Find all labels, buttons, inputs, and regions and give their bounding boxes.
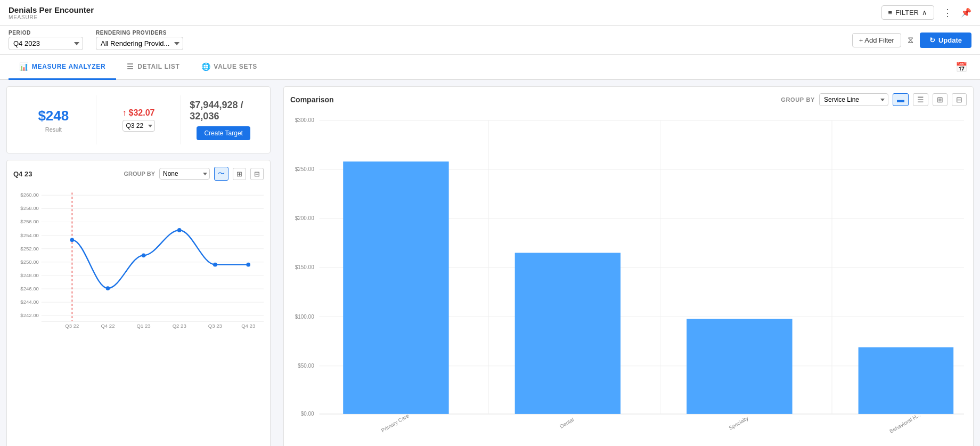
pin-button[interactable]: 📌: [961, 7, 971, 18]
filter-button[interactable]: ≡ FILTER ∧: [881, 5, 934, 20]
svg-text:$252.00: $252.00: [20, 246, 39, 252]
kpi-result-label: Result: [45, 126, 62, 133]
svg-text:$248.00: $248.00: [20, 272, 39, 278]
svg-text:$254.00: $254.00: [20, 232, 39, 238]
left-chart-title: Q4 23: [13, 170, 32, 178]
line-chart-svg: $260.00 $258.00 $256.00 $254.00 $252.00 …: [13, 185, 264, 334]
kpi-change-amount: $32.07: [129, 108, 155, 118]
kpi-change-arrow: ↑: [123, 108, 127, 118]
comparison-section: Comparison GROUP BY Service Line Provide…: [283, 86, 974, 446]
right-panel: Comparison GROUP BY Service Line Provide…: [277, 80, 980, 446]
bar-primary-care: [343, 161, 448, 414]
period-filter-group: PERIOD Q4 2023 Q3 2023 Q2 2023: [9, 30, 83, 50]
svg-text:$300.00: $300.00: [295, 117, 314, 123]
bar-specialty: [687, 319, 792, 414]
comparison-controls: GROUP BY Service Line Provider None ▬ ☰ …: [781, 93, 967, 106]
main-content: $248 Result ↑ $32.07 Q3 22 Q2 22 Q1 22 $…: [0, 80, 980, 446]
tabs-bar-right: 📅: [951, 57, 971, 77]
app-title: Denials Per Encounter: [9, 5, 94, 14]
svg-text:$260.00: $260.00: [20, 192, 39, 198]
svg-text:Q3 23: Q3 23: [208, 323, 222, 329]
svg-point-23: [142, 253, 146, 257]
kpi-period-select[interactable]: Q3 22 Q2 22 Q1 22: [123, 120, 155, 132]
svg-text:Q4 22: Q4 22: [101, 323, 115, 329]
app-header: Denials Per Encounter MEASURE ≡ FILTER ∧…: [0, 0, 980, 26]
svg-text:Specialty: Specialty: [728, 415, 749, 431]
group-by-label: GROUP BY: [124, 171, 155, 177]
tabs-bar: 📊 MEASURE ANALYZER ☰ DETAIL LIST 🌐 VALUE…: [0, 55, 980, 80]
svg-text:Q1 23: Q1 23: [137, 323, 151, 329]
comparison-group-by-select[interactable]: Service Line Provider None: [819, 93, 888, 106]
tab-detail-list-label: DETAIL LIST: [137, 63, 179, 70]
pin-icon: 📌: [961, 8, 971, 17]
filters-bar: PERIOD Q4 2023 Q3 2023 Q2 2023 RENDERING…: [0, 26, 980, 55]
funnel-icon-button[interactable]: ⧖: [905, 33, 916, 47]
more-options-button[interactable]: ⋮: [941, 5, 954, 21]
app-subtitle: MEASURE: [9, 14, 94, 20]
rendering-providers-select[interactable]: All Rendering Provid... Provider 1: [96, 37, 183, 50]
rendering-providers-label: RENDERING PROVIDERS: [96, 30, 183, 36]
svg-text:$100.00: $100.00: [295, 314, 314, 320]
app-header-right: ≡ FILTER ∧ ⋮ 📌: [881, 5, 971, 21]
grid-view-button[interactable]: ⊟: [250, 168, 264, 180]
chevron-up-icon: ∧: [922, 9, 927, 17]
svg-point-22: [106, 286, 110, 290]
comparison-chart-svg: $300.00 $250.00 $200.00 $150.00 $100.00 …: [290, 112, 967, 443]
svg-text:$250.00: $250.00: [20, 259, 39, 265]
period-label: PERIOD: [9, 30, 83, 36]
chart-header: Q4 23 GROUP BY None Provider Service Lin…: [13, 167, 264, 181]
svg-text:$258.00: $258.00: [20, 205, 39, 211]
update-button[interactable]: ↻ Update: [920, 33, 971, 48]
tab-measure-analyzer[interactable]: 📊 MEASURE ANALYZER: [9, 55, 116, 80]
app-header-left: Denials Per Encounter MEASURE: [9, 5, 94, 20]
bar-dental: [515, 253, 620, 413]
comparison-table-view-button[interactable]: ⊞: [933, 93, 948, 106]
comparison-group-by-label: GROUP BY: [781, 96, 815, 103]
kpi-target-card: $7,944,928 / 32,036 Create Target: [181, 95, 266, 144]
kpi-result-card: $248 Result: [11, 95, 96, 144]
comparison-bar-view-button[interactable]: ▬: [893, 93, 909, 106]
tab-value-sets-label: VALUE SETS: [214, 63, 257, 70]
svg-text:$242.00: $242.00: [20, 312, 39, 318]
svg-text:Behavioral H...: Behavioral H...: [888, 412, 921, 434]
kpi-change-value: ↑ $32.07: [123, 108, 155, 118]
svg-text:$0.00: $0.00: [301, 411, 314, 417]
kpi-section: $248 Result ↑ $32.07 Q3 22 Q2 22 Q1 22 $…: [6, 86, 271, 153]
kpi-change-card: ↑ $32.07 Q3 22 Q2 22 Q1 22: [96, 95, 182, 144]
svg-text:Primary Care: Primary Care: [380, 412, 410, 433]
bar-behavioral-health: [859, 347, 954, 414]
tab-detail-list[interactable]: ☰ DETAIL LIST: [116, 55, 190, 80]
comparison-list-view-button[interactable]: ☰: [913, 93, 928, 106]
svg-text:$244.00: $244.00: [20, 299, 39, 305]
rendering-providers-filter-group: RENDERING PROVIDERS All Rendering Provid…: [96, 30, 183, 50]
svg-point-21: [70, 238, 74, 242]
svg-text:$50.00: $50.00: [298, 363, 314, 369]
svg-text:Q3 22: Q3 22: [65, 323, 79, 329]
filters-bar-actions: + Add Filter ⧖ ↻ Update: [852, 33, 971, 48]
measure-analyzer-icon: 📊: [19, 62, 29, 71]
comparison-grid-view-button[interactable]: ⊟: [952, 93, 967, 106]
table-view-button[interactable]: ⊞: [233, 168, 246, 180]
left-chart-group-by-select[interactable]: None Provider Service Line: [159, 168, 210, 180]
svg-point-25: [213, 263, 217, 267]
value-sets-icon: 🌐: [201, 62, 211, 71]
comparison-title: Comparison: [290, 95, 334, 104]
comparison-header: Comparison GROUP BY Service Line Provide…: [290, 93, 967, 106]
add-filter-button[interactable]: + Add Filter: [852, 33, 901, 47]
svg-text:$246.00: $246.00: [20, 286, 39, 291]
calendar-button[interactable]: 📅: [951, 57, 971, 77]
comparison-bar-chart: $300.00 $250.00 $200.00 $150.00 $100.00 …: [290, 112, 967, 443]
line-chart-area: $260.00 $258.00 $256.00 $254.00 $252.00 …: [13, 185, 264, 334]
period-select[interactable]: Q4 2023 Q3 2023 Q2 2023: [9, 37, 83, 50]
tab-value-sets[interactable]: 🌐 VALUE SETS: [191, 55, 268, 80]
left-panel: $248 Result ↑ $32.07 Q3 22 Q2 22 Q1 22 $…: [0, 80, 277, 446]
svg-text:Q4 23: Q4 23: [241, 323, 255, 329]
chart-controls: GROUP BY None Provider Service Line 〜 ⊞ …: [124, 167, 264, 181]
svg-text:$250.00: $250.00: [295, 166, 314, 172]
line-chart-section: Q4 23 GROUP BY None Provider Service Lin…: [6, 160, 271, 446]
svg-text:$256.00: $256.00: [20, 218, 39, 224]
create-target-button[interactable]: Create Target: [197, 126, 250, 140]
kpi-result-value: $248: [38, 108, 69, 124]
filter-icon: ≡: [888, 9, 893, 17]
line-view-button[interactable]: 〜: [214, 167, 228, 181]
